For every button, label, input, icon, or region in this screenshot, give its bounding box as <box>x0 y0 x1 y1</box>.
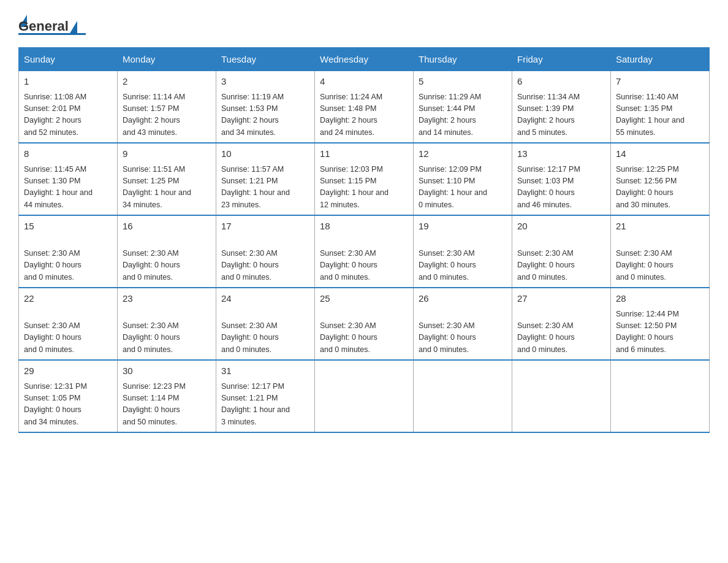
day-number: 28 <box>616 292 704 306</box>
day-number: 22 <box>24 292 112 306</box>
day-number: 14 <box>616 147 704 161</box>
day-number: 18 <box>320 220 408 234</box>
calendar-cell: 28Sunrise: 12:44 PMSunset: 12:50 PMDayli… <box>611 288 710 360</box>
day-info: Sunset: 2:30 AMDaylight: 0 hoursand 0 mi… <box>221 236 309 284</box>
logo: General <box>18 12 86 35</box>
day-number: 4 <box>320 75 408 89</box>
day-info: Sunrise: 12:17 PMSunset: 1:21 PMDaylight… <box>221 381 309 429</box>
calendar-cell: 23Sunset: 2:30 AMDaylight: 0 hoursand 0 … <box>118 288 216 360</box>
calendar-cell <box>512 360 611 432</box>
calendar-week-3: 15Sunset: 2:30 AMDaylight: 0 hoursand 0 … <box>19 215 710 288</box>
logo-arrow-icon <box>69 21 77 34</box>
day-info: Sunset: 2:30 AMDaylight: 0 hoursand 0 mi… <box>616 236 704 284</box>
day-info: Sunrise: 12:31 PMSunset: 1:05 PMDaylight… <box>24 381 112 429</box>
calendar-cell: 11Sunrise: 12:03 PMSunset: 1:15 PMDaylig… <box>315 143 414 215</box>
calendar-week-2: 8Sunrise: 11:45 AMSunset: 1:30 PMDayligh… <box>19 143 710 215</box>
day-info: Sunrise: 11:57 AMSunset: 1:21 PMDaylight… <box>221 164 309 212</box>
day-number: 27 <box>517 292 605 306</box>
calendar-cell: 17Sunset: 2:30 AMDaylight: 0 hoursand 0 … <box>216 215 315 288</box>
day-info: Sunset: 2:30 AMDaylight: 0 hoursand 0 mi… <box>123 308 211 356</box>
day-info: Sunset: 2:30 AMDaylight: 0 hoursand 0 mi… <box>517 308 605 356</box>
day-info: Sunset: 2:30 AMDaylight: 0 hoursand 0 mi… <box>123 236 211 284</box>
day-number: 17 <box>221 220 309 234</box>
day-number: 12 <box>419 147 507 161</box>
calendar-cell: 16Sunset: 2:30 AMDaylight: 0 hoursand 0 … <box>118 215 216 288</box>
day-number: 24 <box>221 292 309 306</box>
calendar-cell: 20Sunset: 2:30 AMDaylight: 0 hoursand 0 … <box>512 215 611 288</box>
calendar-cell: 22Sunset: 2:30 AMDaylight: 0 hoursand 0 … <box>19 288 118 360</box>
weekday-header-tuesday: Tuesday <box>216 48 315 71</box>
calendar-cell: 7Sunrise: 11:40 AMSunset: 1:35 PMDayligh… <box>611 71 710 144</box>
day-info: Sunrise: 12:23 PMSunset: 1:14 PMDaylight… <box>123 381 211 429</box>
calendar-cell: 9Sunrise: 11:51 AMSunset: 1:25 PMDayligh… <box>118 143 216 215</box>
calendar-cell: 29Sunrise: 12:31 PMSunset: 1:05 PMDaylig… <box>19 360 118 432</box>
day-number: 13 <box>517 147 605 161</box>
day-info: Sunrise: 11:34 AMSunset: 1:39 PMDaylight… <box>517 91 605 139</box>
calendar-table: SundayMondayTuesdayWednesdayThursdayFrid… <box>18 47 710 433</box>
calendar-cell: 18Sunset: 2:30 AMDaylight: 0 hoursand 0 … <box>315 215 414 288</box>
day-number: 19 <box>419 220 507 234</box>
calendar-body: 1Sunrise: 11:08 AMSunset: 2:01 PMDayligh… <box>19 71 710 433</box>
day-info: Sunrise: 12:09 PMSunset: 1:10 PMDaylight… <box>419 164 507 212</box>
day-info: Sunset: 2:30 AMDaylight: 0 hoursand 0 mi… <box>320 308 408 356</box>
day-info: Sunset: 2:30 AMDaylight: 0 hoursand 0 mi… <box>419 236 507 284</box>
day-number: 5 <box>419 75 507 89</box>
calendar-week-5: 29Sunrise: 12:31 PMSunset: 1:05 PMDaylig… <box>19 360 710 432</box>
day-info: Sunrise: 12:25 PMSunset: 12:56 PMDayligh… <box>616 164 704 212</box>
day-info: Sunset: 2:30 AMDaylight: 0 hoursand 0 mi… <box>320 236 408 284</box>
day-info: Sunrise: 11:24 AMSunset: 1:48 PMDaylight… <box>320 91 408 139</box>
day-number: 16 <box>123 220 211 234</box>
day-number: 21 <box>616 220 704 234</box>
calendar-cell: 21Sunset: 2:30 AMDaylight: 0 hoursand 0 … <box>611 215 710 288</box>
weekday-header-saturday: Saturday <box>611 48 710 71</box>
day-number: 7 <box>616 75 704 89</box>
day-info: Sunset: 2:30 AMDaylight: 0 hoursand 0 mi… <box>419 308 507 356</box>
calendar-cell: 3Sunrise: 11:19 AMSunset: 1:53 PMDayligh… <box>216 71 315 144</box>
day-number: 26 <box>419 292 507 306</box>
day-number: 25 <box>320 292 408 306</box>
day-info: Sunset: 2:30 AMDaylight: 0 hoursand 0 mi… <box>24 308 112 356</box>
day-info: Sunrise: 12:44 PMSunset: 12:50 PMDayligh… <box>616 308 704 356</box>
weekday-header-sunday: Sunday <box>19 48 118 71</box>
day-number: 31 <box>221 364 309 378</box>
calendar-cell: 4Sunrise: 11:24 AMSunset: 1:48 PMDayligh… <box>315 71 414 144</box>
calendar-cell: 13Sunrise: 12:17 PMSunset: 1:03 PMDaylig… <box>512 143 611 215</box>
calendar-cell: 6Sunrise: 11:34 AMSunset: 1:39 PMDayligh… <box>512 71 611 144</box>
calendar-cell: 30Sunrise: 12:23 PMSunset: 1:14 PMDaylig… <box>118 360 216 432</box>
day-info: Sunrise: 11:45 AMSunset: 1:30 PMDaylight… <box>24 164 112 212</box>
calendar-cell: 8Sunrise: 11:45 AMSunset: 1:30 PMDayligh… <box>19 143 118 215</box>
calendar-cell: 19Sunset: 2:30 AMDaylight: 0 hoursand 0 … <box>414 215 512 288</box>
day-number: 15 <box>24 220 112 234</box>
day-info: Sunset: 2:30 AMDaylight: 0 hoursand 0 mi… <box>221 308 309 356</box>
day-number: 11 <box>320 147 408 161</box>
calendar-cell: 15Sunset: 2:30 AMDaylight: 0 hoursand 0 … <box>19 215 118 288</box>
day-number: 1 <box>24 75 112 89</box>
calendar-cell <box>611 360 710 432</box>
day-info: Sunrise: 11:14 AMSunset: 1:57 PMDaylight… <box>123 91 211 139</box>
calendar-cell: 2Sunrise: 11:14 AMSunset: 1:57 PMDayligh… <box>118 71 216 144</box>
calendar-week-1: 1Sunrise: 11:08 AMSunset: 2:01 PMDayligh… <box>19 71 710 144</box>
calendar-cell: 25Sunset: 2:30 AMDaylight: 0 hoursand 0 … <box>315 288 414 360</box>
calendar-cell: 1Sunrise: 11:08 AMSunset: 2:01 PMDayligh… <box>19 71 118 144</box>
day-number: 3 <box>221 75 309 89</box>
calendar-cell <box>315 360 414 432</box>
day-info: Sunset: 2:30 AMDaylight: 0 hoursand 0 mi… <box>517 236 605 284</box>
day-info: Sunrise: 11:40 AMSunset: 1:35 PMDaylight… <box>616 91 704 139</box>
page-header: General <box>18 12 710 35</box>
day-number: 9 <box>123 147 211 161</box>
logo-general-text2: General <box>18 18 69 34</box>
day-info: Sunrise: 12:17 PMSunset: 1:03 PMDaylight… <box>517 164 605 212</box>
weekday-header-monday: Monday <box>118 48 216 71</box>
day-number: 10 <box>221 147 309 161</box>
calendar-cell: 26Sunset: 2:30 AMDaylight: 0 hoursand 0 … <box>414 288 512 360</box>
calendar-cell: 24Sunset: 2:30 AMDaylight: 0 hoursand 0 … <box>216 288 315 360</box>
day-number: 2 <box>123 75 211 89</box>
day-number: 30 <box>123 364 211 378</box>
day-info: Sunrise: 11:51 AMSunset: 1:25 PMDaylight… <box>123 164 211 212</box>
day-number: 29 <box>24 364 112 378</box>
weekday-header-friday: Friday <box>512 48 611 71</box>
day-info: Sunrise: 11:19 AMSunset: 1:53 PMDaylight… <box>221 91 309 139</box>
calendar-cell: 12Sunrise: 12:09 PMSunset: 1:10 PMDaylig… <box>414 143 512 215</box>
weekday-row: SundayMondayTuesdayWednesdayThursdayFrid… <box>19 48 710 71</box>
day-number: 6 <box>517 75 605 89</box>
